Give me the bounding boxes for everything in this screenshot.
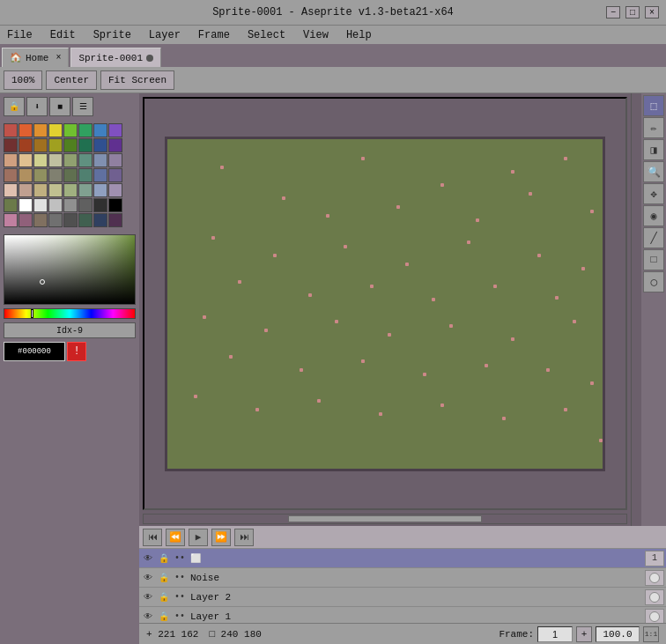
close-button[interactable]: × (645, 6, 659, 19)
lock-button[interactable]: 🔒 (4, 97, 25, 116)
warning-button[interactable]: ! (67, 342, 86, 361)
palette-cell-7[interactable] (108, 123, 122, 137)
palette-cell-40[interactable] (4, 198, 18, 212)
menu-layer[interactable]: Layer (145, 28, 184, 42)
palette-cell-45[interactable] (78, 198, 92, 212)
corner-ratio-button[interactable]: 1:1 (643, 626, 659, 642)
palette-cell-0[interactable] (4, 123, 18, 137)
palette-cell-26[interactable] (33, 168, 48, 182)
play-button[interactable]: ▶ (189, 529, 208, 546)
palette-cell-1[interactable] (18, 123, 33, 137)
palette-cell-53[interactable] (78, 213, 92, 227)
hue-bar[interactable] (4, 308, 136, 319)
layer-row[interactable]: 👁 🔒 •• Layer 1 (139, 607, 666, 623)
palette-cell-48[interactable] (4, 213, 18, 227)
layer-lock-icon[interactable]: 🔒 (157, 610, 171, 624)
tab-sprite[interactable]: Sprite-0001 (70, 48, 161, 67)
menu-frame[interactable]: Frame (195, 28, 233, 42)
tab-home[interactable]: 🏠 Home × (2, 48, 69, 67)
layer-link-icon[interactable]: •• (173, 610, 187, 624)
palette-cell-22[interactable] (93, 153, 107, 167)
palette-cell-2[interactable] (33, 123, 48, 137)
palette-cell-34[interactable] (33, 183, 48, 197)
palette-cell-25[interactable] (18, 168, 33, 182)
menu-help[interactable]: Help (343, 28, 375, 42)
layer-frame-cell[interactable] (645, 609, 664, 624)
menu-view[interactable]: View (300, 28, 332, 42)
tool-line[interactable]: ╱ (643, 227, 664, 248)
layer-lock-icon[interactable]: 🔒 (157, 571, 171, 585)
palette-cell-52[interactable] (63, 213, 78, 227)
tool-blob[interactable]: ◯ (643, 271, 664, 292)
palette-cell-13[interactable] (78, 138, 92, 152)
palette-cell-29[interactable] (78, 168, 92, 182)
palette-cell-21[interactable] (78, 153, 92, 167)
palette-cell-19[interactable] (48, 153, 63, 167)
palette-cell-55[interactable] (108, 213, 122, 227)
play-first-button[interactable]: ⏮ (143, 529, 162, 546)
palette-cell-38[interactable] (93, 183, 107, 197)
tab-home-close[interactable]: × (56, 53, 61, 63)
down-button[interactable]: ⬇ (26, 97, 48, 116)
palette-cell-8[interactable] (4, 138, 18, 152)
layer-visible-icon[interactable]: 👁 (141, 590, 155, 604)
palette-cell-43[interactable] (48, 198, 63, 212)
palette-cell-20[interactable] (63, 153, 78, 167)
center-button[interactable]: Center (46, 70, 97, 90)
palette-cell-54[interactable] (93, 213, 107, 227)
color-hex-display[interactable]: #000000 (4, 342, 65, 361)
menu-button[interactable]: ☰ (72, 97, 93, 116)
tool-eraser[interactable]: ◨ (643, 139, 664, 160)
maximize-button[interactable]: □ (625, 6, 640, 19)
palette-cell-28[interactable] (63, 168, 78, 182)
palette-cell-33[interactable] (18, 183, 33, 197)
palette-cell-51[interactable] (48, 213, 63, 227)
palette-cell-35[interactable] (48, 183, 63, 197)
palette-cell-44[interactable] (63, 198, 78, 212)
layer-lock-icon[interactable]: 🔒 (157, 590, 171, 604)
tool-zoom[interactable]: 🔍 (643, 161, 664, 182)
palette-cell-30[interactable] (93, 168, 107, 182)
palette-cell-16[interactable] (4, 153, 18, 167)
palette-cell-12[interactable] (63, 138, 78, 152)
layer-link-icon[interactable]: •• (173, 590, 187, 604)
layer-frame-cell[interactable]: 1 (645, 551, 664, 566)
layer-frame-cell[interactable] (645, 589, 664, 605)
play-next-button[interactable]: ⏩ (211, 529, 231, 546)
menu-select[interactable]: Select (244, 28, 289, 42)
palette-cell-32[interactable] (4, 183, 18, 197)
layer-visible-icon[interactable]: 👁 (141, 571, 155, 585)
palette-cell-17[interactable] (18, 153, 33, 167)
layer-lock-icon[interactable]: 🔒 (157, 551, 171, 566)
menu-edit[interactable]: Edit (47, 28, 79, 42)
palette-cell-31[interactable] (108, 168, 122, 182)
layer-link-icon[interactable]: •• (173, 571, 187, 585)
palette-cell-27[interactable] (48, 168, 63, 182)
zoom-plus-button[interactable]: + (576, 626, 592, 642)
layer-visible-icon[interactable]: 👁 (141, 610, 155, 624)
palette-cell-50[interactable] (33, 213, 48, 227)
palette-cell-3[interactable] (48, 123, 63, 137)
canvas-viewport[interactable] (143, 97, 627, 510)
menu-file[interactable]: File (4, 28, 36, 42)
tool-pencil[interactable]: ✏ (643, 117, 664, 138)
zoom-100-button[interactable]: 100% (4, 70, 42, 90)
tool-move[interactable]: ✥ (643, 183, 664, 204)
frame-input[interactable] (537, 626, 573, 642)
layer-visible-icon[interactable]: 👁 (141, 551, 155, 566)
horizontal-scrollbar[interactable] (143, 514, 627, 524)
palette-cell-4[interactable] (63, 123, 78, 137)
fit-screen-button[interactable]: Fit Screen (100, 70, 174, 90)
palette-cell-36[interactable] (63, 183, 78, 197)
color-index-button[interactable]: Idx-9 (4, 322, 136, 338)
palette-cell-6[interactable] (93, 123, 107, 137)
vertical-scrollbar[interactable] (631, 93, 641, 526)
color-gradient[interactable] (4, 234, 136, 305)
palette-cell-49[interactable] (18, 213, 33, 227)
palette-cell-39[interactable] (108, 183, 122, 197)
palette-cell-18[interactable] (33, 153, 48, 167)
tool-rect[interactable]: □ (643, 249, 664, 270)
palette-cell-14[interactable] (93, 138, 107, 152)
palette-cell-42[interactable] (33, 198, 48, 212)
tool-fill[interactable]: ◉ (643, 205, 664, 226)
